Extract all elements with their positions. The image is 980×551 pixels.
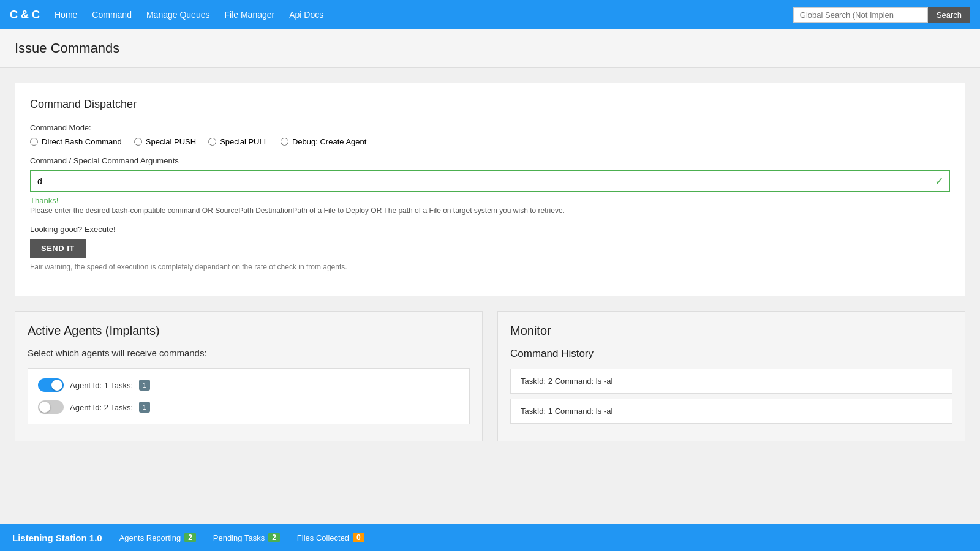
panels-row: Active Agents (Implants) Select which ag… — [15, 311, 965, 441]
command-input[interactable] — [30, 170, 950, 192]
files-collected-item: Files Collected 0 — [297, 533, 364, 542]
command-args-label: Command / Special Command Arguments — [30, 156, 950, 165]
mode-pull-label: Special PULL — [220, 137, 268, 146]
main-content: Command Dispatcher Command Mode: Direct … — [0, 68, 980, 524]
mode-push-label: Special PUSH — [146, 137, 196, 146]
navbar-api-docs[interactable]: Api Docs — [289, 10, 323, 20]
command-dispatcher-title: Command Dispatcher — [30, 98, 950, 111]
mode-debug-radio[interactable] — [281, 138, 288, 146]
history-item-1: TaskId: 1 Command: ls -al — [510, 399, 952, 424]
agents-reporting-badge: 2 — [184, 533, 196, 542]
command-mode-label: Command Mode: — [30, 123, 950, 132]
mode-debug-option[interactable]: Debug: Create Agent — [281, 137, 366, 146]
global-search-input[interactable] — [793, 7, 928, 23]
command-args-group: Command / Special Command Arguments ✓ Th… — [30, 156, 950, 215]
pending-tasks-label: Pending Tasks — [213, 533, 265, 542]
mode-bash-option[interactable]: Direct Bash Command — [30, 137, 122, 146]
checkmark-icon: ✓ — [935, 174, 944, 188]
agent-1-toggle[interactable] — [38, 378, 64, 392]
navbar-brand: C & C — [10, 9, 40, 21]
active-agents-title: Active Agents (Implants) — [28, 324, 470, 338]
monitor-title: Monitor — [510, 324, 952, 338]
agent-2-tasks-badge: 1 — [139, 402, 150, 413]
mode-bash-label: Direct Bash Command — [42, 137, 122, 146]
navbar-command[interactable]: Command — [92, 10, 132, 20]
command-mode-group: Command Mode: Direct Bash Command Specia… — [30, 123, 950, 146]
navbar-home[interactable]: Home — [55, 10, 77, 20]
hint-text: Please enter the desired bash-compatible… — [30, 206, 950, 215]
radio-group: Direct Bash Command Special PUSH Special… — [30, 137, 950, 146]
agents-subtitle: Select which agents will receive command… — [28, 348, 470, 358]
pending-tasks-badge: 2 — [268, 533, 280, 542]
agent-1-label: Agent Id: 1 Tasks: — [70, 381, 133, 390]
execute-group: Looking good? Execute! SEND IT Fair warn… — [30, 225, 950, 271]
agent-2-toggle[interactable] — [38, 400, 64, 414]
page-title: Issue Commands — [15, 40, 965, 56]
status-bar: Listening Station 1.0 Agents Reporting 2… — [0, 524, 980, 551]
history-item-1-text: TaskId: 1 Command: ls -al — [521, 407, 612, 416]
status-brand: Listening Station 1.0 — [12, 533, 102, 543]
mode-debug-label: Debug: Create Agent — [292, 137, 366, 146]
agent-2-label: Agent Id: 2 Tasks: — [70, 403, 133, 412]
history-item-2: TaskId: 2 Command: ls -al — [510, 369, 952, 394]
agents-list: Agent Id: 1 Tasks: 1 Agent Id: 2 Tasks: … — [28, 368, 470, 424]
active-agents-panel: Active Agents (Implants) Select which ag… — [15, 311, 483, 441]
mode-push-option[interactable]: Special PUSH — [134, 137, 196, 146]
navbar: C & C Home Command Manage Queues File Ma… — [0, 0, 980, 29]
execute-label: Looking good? Execute! — [30, 225, 950, 234]
files-collected-label: Files Collected — [297, 533, 349, 542]
navbar-search-group: Search — [793, 7, 970, 23]
agents-reporting-item: Agents Reporting 2 — [119, 533, 196, 542]
agent-1-tasks-badge: 1 — [139, 380, 150, 391]
command-dispatcher-panel: Command Dispatcher Command Mode: Direct … — [15, 83, 965, 296]
send-it-button[interactable]: SEND IT — [30, 239, 86, 258]
thanks-text: Thanks! — [30, 196, 950, 205]
monitor-panel: Monitor Command History TaskId: 2 Comman… — [497, 311, 965, 441]
command-input-wrapper: ✓ — [30, 170, 950, 192]
mode-bash-radio[interactable] — [30, 138, 38, 146]
files-collected-badge: 0 — [353, 533, 364, 542]
history-title: Command History — [510, 348, 952, 360]
mode-push-radio[interactable] — [134, 138, 142, 146]
history-item-2-text: TaskId: 2 Command: ls -al — [521, 377, 612, 386]
page-header: Issue Commands — [0, 29, 980, 68]
navbar-file-manager[interactable]: File Manager — [224, 10, 274, 20]
agent-row-1: Agent Id: 1 Tasks: 1 — [38, 378, 459, 392]
agents-reporting-label: Agents Reporting — [119, 533, 181, 542]
pending-tasks-item: Pending Tasks 2 — [213, 533, 280, 542]
agent-row-2: Agent Id: 2 Tasks: 1 — [38, 400, 459, 414]
warning-text: Fair warning, the speed of execution is … — [30, 263, 950, 271]
global-search-button[interactable]: Search — [928, 7, 970, 23]
mode-pull-option[interactable]: Special PULL — [208, 137, 268, 146]
navbar-manage-queues[interactable]: Manage Queues — [146, 10, 210, 20]
mode-pull-radio[interactable] — [208, 138, 216, 146]
